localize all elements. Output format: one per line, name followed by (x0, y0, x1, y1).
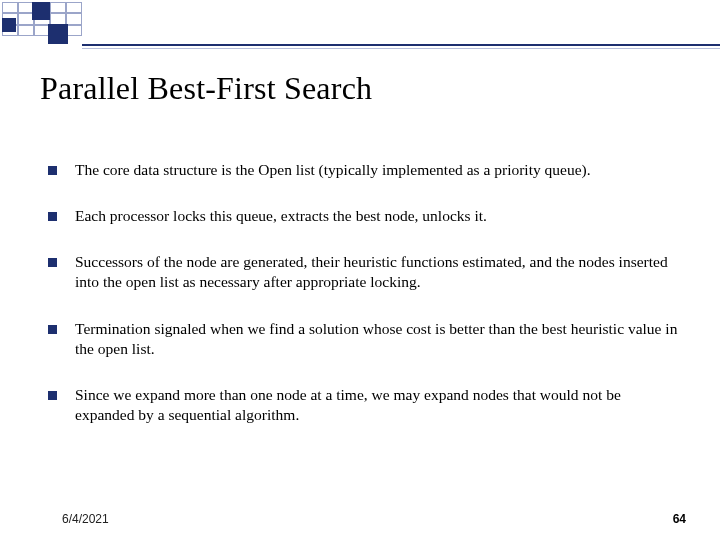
footer-page-number: 64 (673, 512, 686, 526)
divider-line (82, 48, 720, 49)
slide: Parallel Best-First Search The core data… (0, 0, 720, 540)
bullet-text: Each processor locks this queue, extract… (75, 206, 487, 226)
list-item: Termination signaled when we find a solu… (48, 319, 682, 359)
square-bullet-icon (48, 258, 57, 267)
bullet-text: Successors of the node are generated, th… (75, 252, 682, 292)
square-bullet-icon (48, 212, 57, 221)
bullet-text: Since we expand more than one node at a … (75, 385, 682, 425)
list-item: The core data structure is the Open list… (48, 160, 682, 180)
corner-square-icon (2, 18, 16, 32)
corner-square-icon (32, 2, 50, 20)
top-decoration (0, 0, 720, 48)
square-bullet-icon (48, 325, 57, 334)
divider-line (82, 44, 720, 46)
slide-title: Parallel Best-First Search (40, 70, 372, 107)
square-bullet-icon (48, 391, 57, 400)
bullet-text: Termination signaled when we find a solu… (75, 319, 682, 359)
footer-date: 6/4/2021 (62, 512, 109, 526)
square-bullet-icon (48, 166, 57, 175)
bullet-text: The core data structure is the Open list… (75, 160, 591, 180)
body-content: The core data structure is the Open list… (48, 160, 682, 451)
list-item: Since we expand more than one node at a … (48, 385, 682, 425)
list-item: Successors of the node are generated, th… (48, 252, 682, 292)
list-item: Each processor locks this queue, extract… (48, 206, 682, 226)
corner-square-icon (48, 24, 68, 44)
